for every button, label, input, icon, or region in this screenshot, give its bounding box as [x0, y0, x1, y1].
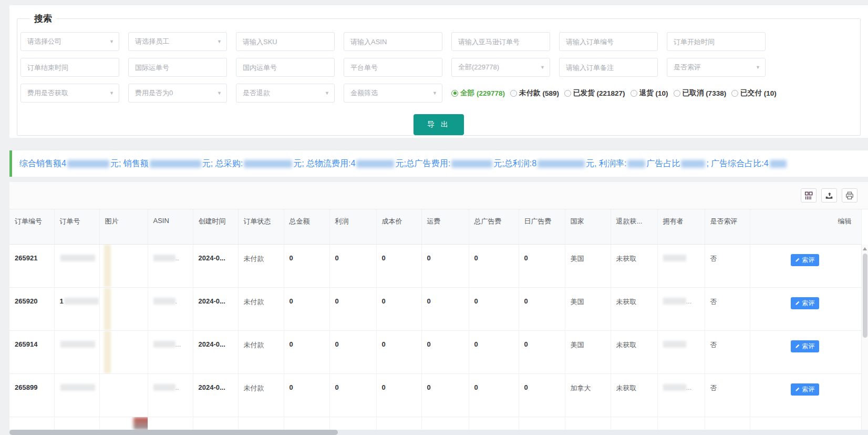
- header-label: 退款获...: [616, 217, 643, 225]
- amazon-order-input[interactable]: [451, 32, 550, 51]
- review-request-select[interactable]: 是否索评▼: [667, 58, 766, 77]
- platform-order-input[interactable]: [344, 58, 442, 77]
- pencil-icon: [795, 300, 800, 306]
- review-button-label: 索评: [802, 256, 815, 265]
- sku-input[interactable]: [236, 32, 335, 51]
- review-request-button[interactable]: 索评: [791, 254, 819, 266]
- radio-label: 已交付: [740, 88, 762, 98]
- order-start-time-input[interactable]: [667, 32, 766, 51]
- header-label: 国家: [571, 217, 584, 225]
- radio-count: (10): [656, 89, 668, 97]
- status-radio-unpaid[interactable]: 未付款(589): [510, 88, 559, 98]
- orders-table: 订单编号 订单号 图片 ASIN 创建时间 订单状态 总金额 利润 成本价 运费…: [9, 209, 862, 430]
- pencil-icon: [795, 387, 800, 392]
- status-radio-returned[interactable]: 退货(10): [631, 88, 668, 98]
- daily-ad-fee: 0: [524, 383, 528, 391]
- status-radio-all[interactable]: 全部(229778): [451, 88, 505, 98]
- header-label: 图片: [105, 217, 119, 225]
- redacted-value: [538, 160, 585, 168]
- total-ad-fee: 0: [474, 383, 478, 391]
- summary-text: 综合销售额4: [19, 158, 66, 169]
- summary-text: 元, 利润率:: [586, 158, 626, 169]
- horizontal-scrollbar[interactable]: [9, 430, 868, 435]
- redacted-order-sn: [60, 384, 95, 391]
- company-select[interactable]: 请选择公司▼: [20, 32, 119, 51]
- header-label: 运费: [427, 217, 441, 225]
- order-number-input[interactable]: [559, 32, 658, 51]
- status-radio-delivered[interactable]: 已交付(10): [731, 88, 777, 98]
- redacted-owner: [663, 384, 686, 391]
- search-grid: 请选择公司▼ 请选择员工▼ 全部(229778)▼ 是否索评▼ 费用是否获取▼ …: [20, 32, 857, 103]
- refund-status: 未获取: [616, 255, 637, 262]
- header-label: 编辑: [838, 217, 852, 225]
- freight: 0: [427, 383, 431, 391]
- fee-fetched-select-placeholder: 费用是否获取: [27, 88, 68, 98]
- column-settings-button[interactable]: [801, 188, 817, 203]
- employee-select-placeholder: 请选择员工: [135, 37, 169, 46]
- refund-select[interactable]: 是否退款▼: [236, 84, 335, 103]
- scroll-up-arrow-icon[interactable]: [863, 247, 867, 250]
- amount-filter-select[interactable]: 金额筛选▼: [344, 84, 442, 103]
- radio-count: (221827): [597, 89, 625, 97]
- redacted-order-sn: [64, 298, 99, 305]
- vertical-scrollbar[interactable]: [861, 245, 868, 430]
- redacted-value: [67, 160, 109, 168]
- horizontal-scrollbar-thumb[interactable]: [9, 430, 338, 435]
- export-table-button[interactable]: [821, 188, 837, 203]
- freight: 0: [427, 340, 431, 348]
- table-row: 265921 .. 2024-0... 未付款 0 0 0 0 0 0 美国 未…: [9, 244, 861, 287]
- status-radio-cancelled[interactable]: 已取消(7338): [674, 88, 727, 98]
- profit: 0: [335, 340, 339, 348]
- order-id: 265920: [15, 297, 37, 305]
- table-row-partial: [9, 417, 861, 430]
- domestic-tracking-input[interactable]: [236, 58, 335, 77]
- status-radio-shipped[interactable]: 已发货(221827): [564, 88, 625, 98]
- export-button[interactable]: 导 出: [414, 114, 464, 135]
- header-label: 创建时间: [199, 217, 226, 225]
- header-label: 总广告费: [474, 217, 502, 225]
- printer-icon: [845, 191, 854, 200]
- employee-select[interactable]: 请选择员工▼: [128, 32, 227, 51]
- daily-ad-fee: 0: [524, 254, 528, 262]
- pencil-icon: [795, 343, 800, 349]
- header-label: 是否索评: [710, 217, 738, 225]
- redacted-value: [244, 160, 292, 168]
- review-request-button[interactable]: 索评: [791, 340, 819, 352]
- header-label: 订单编号: [15, 217, 42, 225]
- radio-count: (589): [543, 89, 560, 97]
- export-row: 导 出: [20, 114, 857, 135]
- review-request-button[interactable]: 索评: [791, 383, 819, 396]
- redacted-owner: [663, 341, 686, 348]
- product-image: [133, 417, 148, 430]
- asin-ellipsis: ..: [175, 254, 179, 262]
- order-status-select[interactable]: 全部(229778)▼: [451, 58, 550, 77]
- header-label: 总金额: [290, 217, 310, 225]
- country: 加拿大: [571, 384, 591, 392]
- search-panel: 搜索 请选择公司▼ 请选择员工▼ 全部(229778)▼ 是否索评▼ 费: [9, 5, 868, 138]
- redacted-order-sn: [60, 255, 95, 261]
- summary-text: ; 广告综合占比:4: [706, 158, 768, 169]
- radio-icon: [564, 90, 571, 97]
- asin-input[interactable]: [344, 32, 442, 51]
- print-button[interactable]: [842, 188, 857, 203]
- radio-icon: [674, 90, 680, 97]
- order-end-time-input[interactable]: [20, 58, 119, 77]
- review-request-button[interactable]: 索评: [791, 297, 819, 309]
- order-note-input[interactable]: [559, 58, 658, 77]
- redacted-order-sn: [60, 341, 95, 348]
- intl-tracking-input[interactable]: [128, 58, 227, 77]
- orders-table-panel: 订单编号 订单号 图片 ASIN 创建时间 订单状态 总金额 利润 成本价 运费…: [9, 182, 868, 435]
- fee-zero-select[interactable]: 费用是否为0▼: [128, 84, 227, 103]
- total-amount: 0: [290, 340, 293, 348]
- table-row: 265920 1 . 2024-0... 未付款 0 0 0 0 0 0 美国 …: [9, 287, 861, 330]
- order-status: 未付款: [244, 384, 264, 392]
- redacted-asin: [153, 255, 175, 261]
- total-amount: 0: [290, 383, 293, 391]
- fee-fetched-select[interactable]: 费用是否获取▼: [20, 84, 119, 103]
- chevron-down-icon: ▼: [217, 90, 222, 96]
- header-label: 订单号: [60, 217, 80, 225]
- summary-text: 元;总广告费用:: [395, 158, 450, 169]
- created-time: 2024-0...: [199, 340, 225, 348]
- summary-text: 元; 总采购:: [202, 158, 243, 169]
- vertical-scrollbar-thumb[interactable]: [863, 254, 867, 338]
